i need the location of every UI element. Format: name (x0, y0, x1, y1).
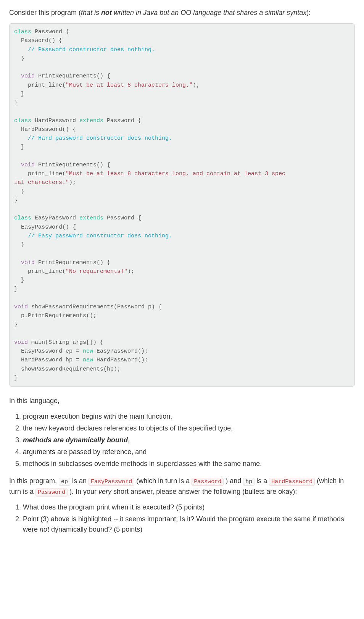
intro-italic: that is not written in Java but an OO la… (81, 9, 306, 16)
mid-paragraph: In this language, (9, 396, 355, 406)
code-password-1: Password (192, 478, 224, 486)
rule-1: program execution begins with the main f… (23, 411, 355, 422)
code-easypassword: EasyPassword (89, 478, 134, 486)
intro-pre: Consider this program ( (9, 9, 81, 16)
language-rules-list: program execution begins with the main f… (9, 411, 355, 469)
rule-5: methods in subclasses override methods i… (23, 459, 355, 469)
rule-2: the new keyword declares references to o… (23, 423, 355, 434)
code-hp: hp (243, 478, 254, 486)
code-block: class Password { Password() { // Passwor… (9, 23, 355, 387)
rule-4: arguments are passed by reference, and (23, 447, 355, 457)
code-hardpassword: HardPassword (269, 478, 315, 486)
question-1: What does the program print when it is e… (23, 502, 355, 513)
rule-3: methods are dynamically bound, (23, 435, 355, 445)
question-2: Point (3) above is highlighted -- it see… (23, 514, 355, 535)
explain-paragraph: In this program, ep is an EasyPassword (… (9, 476, 355, 497)
questions-list: What does the program print when it is e… (9, 502, 355, 535)
intro-paragraph: Consider this program (that is not writt… (9, 8, 355, 18)
code-ep: ep (59, 478, 70, 486)
code-password-2: Password (35, 488, 68, 496)
